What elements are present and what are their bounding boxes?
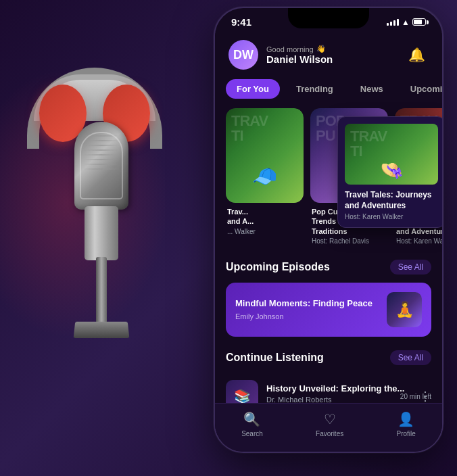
greeting-emoji: 👋: [316, 45, 326, 53]
header-left: DW Good morning 👋 Daniel Wilson: [228, 40, 333, 70]
upcoming-section-title: Upcoming Episodes: [226, 261, 330, 273]
upcoming-episode-title: Mindful Moments: Finding Peace: [235, 298, 372, 310]
signal-icon: [387, 19, 399, 26]
podcast-card-image-1: TRAVTI 🧢: [226, 108, 304, 203]
tabs-row: For You Trending News Upcoming: [215, 79, 442, 108]
microphone-illustration: [61, 122, 142, 358]
listening-section-title: Continue Listening: [226, 352, 324, 364]
card-figure-1: 🧢: [226, 149, 304, 203]
status-icons: ▲: [387, 18, 426, 27]
mic-grille: [80, 132, 123, 199]
upcoming-episode-info: Mindful Moments: Finding Peace Emily Joh…: [235, 298, 372, 320]
app-content: DW Good morning 👋 Daniel Wilson 🔔 For Yo…: [215, 33, 442, 447]
time-left-1: 20 min left: [400, 392, 431, 400]
signal-bar-3: [393, 20, 395, 26]
upcoming-section-header: Upcoming Episodes See All: [215, 257, 442, 283]
listening-section-header: Continue Listening See All: [215, 348, 442, 373]
phone-frame: 9:41 ▲ DW: [214, 7, 443, 453]
greeting-line: Good morning 👋: [266, 45, 333, 53]
user-name: Daniel Wilson: [266, 53, 333, 65]
card-host-2: Host: Rachel Davis: [312, 237, 387, 245]
listening-title-1: History Unveiled: Exploring the...: [266, 383, 411, 394]
phone-notch: [288, 8, 369, 28]
tooltip-card: TRAVTI 👒 Travel Tales: Journeys and Adve…: [337, 116, 442, 228]
profile-icon: 👤: [398, 411, 414, 427]
card-host-3: Host: Karen Walker: [396, 237, 442, 245]
upcoming-episode-emoji: 🧘: [395, 301, 414, 318]
phone-frame-container: 9:41 ▲ DW: [214, 7, 443, 453]
upcoming-see-all-button[interactable]: See All: [390, 260, 431, 275]
card-info-1: Trav...and A... ... Walker: [226, 203, 304, 237]
greeting-text: Good morning: [266, 45, 314, 53]
avatar[interactable]: DW: [228, 40, 258, 70]
signal-bar-4: [397, 19, 399, 26]
tab-trending[interactable]: Trending: [285, 79, 344, 99]
signal-bar-2: [390, 22, 392, 26]
wifi-icon: ▲: [402, 18, 410, 27]
app-header: DW Good morning 👋 Daniel Wilson 🔔: [215, 33, 442, 79]
podcast-card-1[interactable]: TRAVTI 🧢 Trav...and A... ... Walker: [226, 108, 304, 246]
signal-bar-1: [387, 23, 389, 26]
listening-see-all-button[interactable]: See All: [390, 350, 431, 365]
nav-search[interactable]: 🔍 Search: [241, 411, 263, 437]
bell-icon[interactable]: 🔔: [404, 43, 429, 67]
nav-favorites[interactable]: ♡ Favorites: [316, 411, 343, 437]
card-overlay-1: TRAVTI: [231, 114, 268, 143]
tooltip-overlay: TRAVTI: [350, 129, 387, 159]
tab-news[interactable]: News: [350, 79, 394, 99]
mic-base: [74, 322, 130, 338]
avatar-initials: DW: [233, 48, 254, 62]
bottom-nav: 🔍 Search ♡ Favorites 👤 Profile: [215, 403, 442, 452]
upcoming-episode-thumbnail: 🧘: [387, 292, 422, 327]
tooltip-host: Host: Karen Walker: [345, 213, 438, 220]
nav-profile[interactable]: 👤 Profile: [396, 411, 415, 437]
upcoming-episode-host: Emily Johnson: [235, 312, 372, 320]
mic-stand: [96, 257, 107, 325]
nav-profile-label: Profile: [396, 430, 415, 437]
header-text: Good morning 👋 Daniel Wilson: [266, 45, 333, 65]
battery-icon: [412, 18, 426, 26]
tooltip-card-image: TRAVTI 👒: [345, 124, 438, 185]
upcoming-episode-card[interactable]: Mindful Moments: Finding Peace Emily Joh…: [226, 283, 431, 337]
tab-upcoming[interactable]: Upcoming: [400, 79, 442, 99]
card-title-1: Trav...and A...: [227, 207, 302, 227]
favorites-icon: ♡: [324, 411, 336, 427]
status-time: 9:41: [231, 16, 251, 28]
mic-body: [85, 206, 118, 260]
figure-1: 🧢: [248, 152, 282, 199]
battery-fill: [414, 20, 422, 24]
tooltip-title: Travel Tales: Journeys and Adventures: [345, 190, 438, 211]
mic-head: [74, 122, 128, 210]
nav-search-label: Search: [241, 430, 263, 437]
card-host-1: ... Walker: [227, 228, 302, 235]
tab-for-you[interactable]: For You: [226, 79, 280, 99]
search-icon: 🔍: [243, 411, 260, 427]
decorative-illustration: [0, 54, 216, 446]
nav-favorites-label: Favorites: [316, 430, 343, 437]
